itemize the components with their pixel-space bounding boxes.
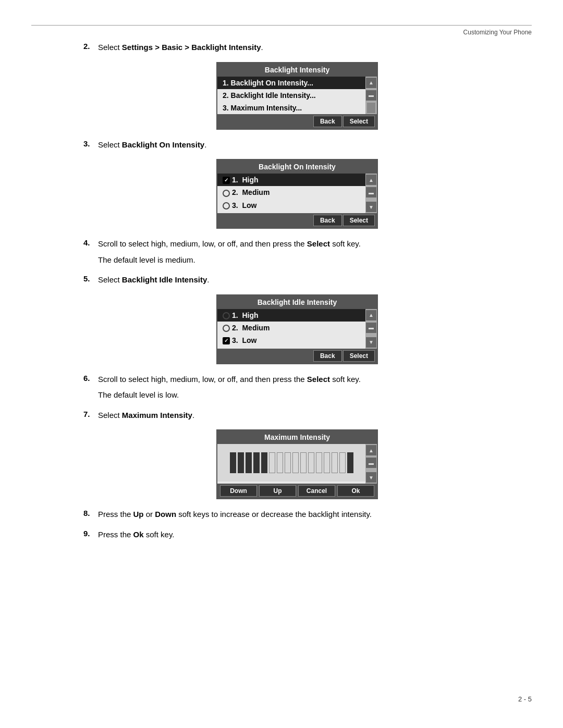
main-content: 2. Select Settings > Basic > Backlight I… — [83, 42, 511, 549]
step-2: 2. Select Settings > Basic > Backlight I… — [83, 42, 511, 54]
select-button-on[interactable]: Select — [343, 215, 375, 226]
bar-seg-14 — [332, 452, 338, 473]
step-3: 3. Select Backlight On Intensity. — [83, 139, 511, 151]
step-8: 8. Press the Up or Down soft keys to inc… — [83, 509, 511, 521]
screen-body-max-intensity: ▲ ▬ ▼ — [217, 444, 377, 484]
screen-buttons-max: Down Up Cancel Ok — [217, 484, 377, 498]
idle-row-2[interactable]: 2. Medium — [217, 322, 365, 334]
screen-rows: 1. Backlight On Intensity... 2. Backligh… — [217, 77, 365, 114]
bar-seg-8 — [285, 452, 291, 473]
select-button-idle[interactable]: Select — [343, 350, 375, 362]
scroll-down-on[interactable]: ▼ — [366, 202, 376, 212]
step-7-text: Select Maximum Intensity. — [98, 410, 511, 422]
step-6-note: The default level is low. — [98, 389, 511, 401]
page-number: 2 - 5 — [518, 695, 532, 703]
page-header: Customizing Your Phone — [31, 25, 532, 36]
bar-seg-15 — [339, 452, 346, 473]
scroll-mid-btn[interactable]: ▬ — [366, 90, 376, 101]
bar-seg-3 — [246, 452, 252, 473]
screen-backlight-intensity-menu: Backlight Intensity 1. Backlight On Inte… — [216, 62, 378, 130]
bar-seg-10 — [300, 452, 307, 473]
scroll-mid-on[interactable]: ▬ — [366, 187, 376, 198]
bar-seg-12 — [316, 452, 322, 473]
screen-rows-idle: 1. High 2. Medium 3. Low — [217, 309, 365, 349]
screen-buttons-on: Back Select — [217, 213, 377, 228]
menu-row-2[interactable]: 2. Backlight Idle Intensity... — [217, 89, 365, 102]
up-button[interactable]: Up — [259, 485, 296, 497]
step-4-text: Scroll to select high, medium, low, or o… — [98, 238, 511, 250]
bar-seg-1 — [230, 452, 236, 473]
idle-row-1-label: 1. High — [232, 311, 259, 319]
screen-rows-on: 1. High 2. Medium 3. Low — [217, 174, 365, 213]
back-button-on[interactable]: Back — [313, 215, 342, 226]
step-2-number: 2. — [83, 42, 98, 51]
screen-title-idle-intensity: Backlight Idle Intensity — [217, 295, 377, 309]
back-button-idle[interactable]: Back — [313, 350, 342, 362]
step-5-text: Select Backlight Idle Intensity. — [98, 274, 511, 286]
step-4: 4. Scroll to select high, medium, low, o… — [83, 238, 511, 250]
bar-seg-13 — [324, 452, 330, 473]
scroll-up-max[interactable]: ▲ — [366, 445, 376, 455]
on-row-1-check — [223, 176, 232, 184]
step-7-number: 7. — [83, 410, 98, 418]
idle-row-3-check — [223, 336, 232, 344]
screen-title-max-intensity: Maximum Intensity — [217, 430, 377, 444]
idle-row-2-check — [223, 324, 232, 332]
idle-row-3[interactable]: 3. Low — [217, 334, 365, 347]
step-6-text: Scroll to select high, medium, low, or o… — [98, 374, 511, 386]
bar-seg-6 — [269, 452, 275, 473]
scroll-mid-idle[interactable]: ▬ — [366, 323, 376, 333]
ok-button[interactable]: Ok — [337, 485, 374, 497]
idle-row-1[interactable]: 1. High — [217, 309, 365, 322]
step-6-number: 6. — [83, 374, 98, 382]
screen-body-on-intensity: 1. High 2. Medium 3. Low ▲ ▬ ▼ — [217, 174, 377, 213]
on-row-1-label: 1. High — [232, 176, 259, 184]
step-6: 6. Scroll to select high, medium, low, o… — [83, 374, 511, 386]
menu-row-1[interactable]: 1. Backlight On Intensity... — [217, 77, 365, 89]
on-row-1[interactable]: 1. High — [217, 174, 365, 186]
header-title: Customizing Your Phone — [463, 29, 532, 36]
scroll-up-on[interactable]: ▲ — [366, 175, 376, 185]
bar-seg-7 — [277, 452, 283, 473]
back-button[interactable]: Back — [313, 116, 342, 127]
intensity-bar-container — [217, 444, 365, 482]
on-row-2[interactable]: 2. Medium — [217, 186, 365, 199]
step-2-text: Select Settings > Basic > Backlight Inte… — [98, 42, 511, 54]
on-row-3[interactable]: 3. Low — [217, 199, 365, 212]
bar-seg-5 — [261, 452, 267, 473]
step-4-note: The default level is medium. — [98, 254, 511, 266]
intensity-bar — [230, 452, 353, 473]
scrollbar-idle: ▲ ▬ ▼ — [365, 309, 377, 349]
bar-seg-4 — [253, 452, 260, 473]
scroll-down-max[interactable]: ▼ — [366, 472, 376, 483]
scroll-up-btn[interactable]: ▲ — [366, 78, 376, 88]
scrollbar-max: ▲ ▬ ▼ — [365, 444, 377, 484]
step-4-number: 4. — [83, 238, 98, 247]
bar-seg-11 — [308, 452, 314, 473]
scrollbar-on: ▲ ▬ ▼ — [365, 174, 377, 213]
step-5: 5. Select Backlight Idle Intensity. — [83, 274, 511, 286]
scroll-up-idle[interactable]: ▲ — [366, 310, 376, 320]
on-row-3-check — [223, 201, 232, 209]
menu-row-3[interactable]: 3. Maximum Intensity... — [217, 102, 365, 114]
step-8-text: Press the Up or Down soft keys to increa… — [98, 509, 511, 521]
page-footer: 2 - 5 — [31, 695, 532, 703]
screen-backlight-on-intensity: Backlight On Intensity 1. High 2. Medium… — [216, 159, 378, 229]
select-button[interactable]: Select — [343, 116, 375, 127]
down-button[interactable]: Down — [220, 485, 257, 497]
scrollbar: ▲ ▬ — [365, 77, 377, 114]
scroll-down-idle[interactable]: ▼ — [366, 337, 376, 348]
screen-buttons-idle: Back Select — [217, 349, 377, 363]
bar-seg-9 — [292, 452, 299, 473]
idle-row-3-label: 3. Low — [232, 336, 256, 344]
screen-title-on-intensity: Backlight On Intensity — [217, 160, 377, 174]
on-row-3-label: 3. Low — [232, 201, 256, 209]
row-3-label: 3. Maximum Intensity... — [223, 104, 302, 112]
screen-rows-max — [217, 444, 365, 484]
cancel-button[interactable]: Cancel — [298, 485, 335, 497]
step-3-text: Select Backlight On Intensity. — [98, 139, 511, 151]
step-9: 9. Press the Ok soft key. — [83, 529, 511, 541]
step-9-text: Press the Ok soft key. — [98, 529, 511, 541]
step-3-number: 3. — [83, 139, 98, 148]
scroll-mid-max[interactable]: ▬ — [366, 458, 376, 468]
